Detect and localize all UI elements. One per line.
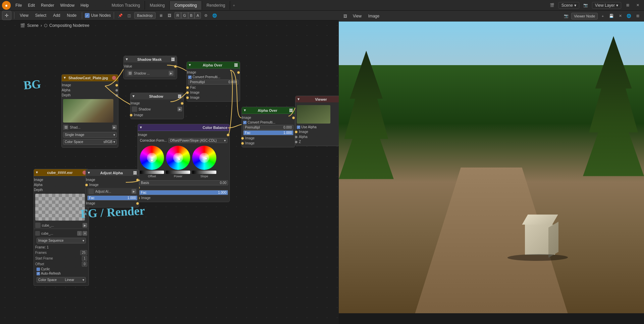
close-window-icon[interactable]: ✕ — [634, 2, 641, 9]
power-slider[interactable] — [166, 171, 190, 174]
pin-icon: 📌 — [117, 12, 124, 19]
shadowcast-preview — [63, 99, 113, 123]
offset-wheel[interactable] — [140, 146, 164, 170]
channel-r[interactable]: R — [174, 12, 181, 19]
node-shadow[interactable]: ▾ Shadow 🖼 Image Shadow ▶ — [130, 93, 184, 119]
offset-label: Offset — [35, 262, 44, 266]
slope-wheel[interactable] — [192, 146, 216, 170]
tab-compositing[interactable]: Compositing — [170, 1, 202, 10]
auto-refresh-check[interactable]: ✓ — [37, 272, 40, 275]
aa-icon: 🖼 — [133, 171, 137, 175]
new-window-icon[interactable]: ⊞ — [624, 2, 631, 9]
ao2-checkbox[interactable]: ✓ — [243, 121, 247, 124]
menu-view[interactable]: View — [17, 12, 31, 19]
node-cube[interactable]: ▾ cube_####.exr Image Alpha Depth — [34, 169, 89, 230]
forest-bg — [339, 21, 644, 313]
viewer-node-btn[interactable]: Viewer Node — [571, 13, 598, 19]
top-menubar: ● File Edit Render Window Help Motion Tr… — [0, 0, 644, 11]
cursor-tool[interactable]: ✛ — [2, 11, 11, 20]
viewer-view-btn[interactable]: View — [350, 12, 364, 20]
use-nodes-checkbox[interactable]: ✓ — [85, 13, 90, 18]
offset-label: Offset — [148, 175, 156, 178]
channel-b[interactable]: B — [188, 12, 195, 19]
menu-render[interactable]: Render — [38, 2, 57, 9]
tab-masking[interactable]: Masking — [145, 1, 170, 10]
render-icon: 📷 — [582, 2, 589, 9]
vn-alpha-socket — [295, 136, 298, 138]
cube-preview — [35, 194, 85, 221]
sf-val: 1 — [84, 257, 86, 260]
viewer-expand-icon[interactable]: ⊞ — [634, 12, 641, 20]
backdrop-label: Backdrop — [137, 13, 153, 17]
s-out-socket — [181, 102, 183, 105]
channel-a[interactable]: A — [195, 12, 201, 19]
prop-auto-refresh: ✓ Auto-Refresh — [35, 271, 87, 276]
node-shadowcast[interactable]: ▾ ShadowCast_Plate.jpg Image Alpha Depth — [61, 74, 118, 148]
menu-add[interactable]: Add — [50, 12, 63, 19]
view-layer-text: View Layer — [595, 3, 615, 8]
cube-body: Image Alpha Depth cube_. — [34, 176, 89, 230]
viewer-close-icon[interactable]: ✕ — [616, 12, 624, 20]
cube-img-seq-dropdown[interactable]: Image Sequence ▾ — [37, 238, 86, 243]
use-nodes-check[interactable]: ✓ Use Nodes — [85, 13, 111, 18]
tab-add[interactable]: + — [230, 1, 237, 9]
scene-label[interactable]: Scene ▾ — [558, 2, 579, 9]
node-alpha-over-2[interactable]: ▾ Alpha Over 🖼 Image ✓ Convert Premulti.… — [241, 107, 295, 147]
backdrop-button[interactable]: Backdrop — [134, 12, 156, 19]
menu-file[interactable]: File — [13, 2, 24, 9]
node-editor[interactable]: 🎬 Scene › ⬡ Compositing Nodetree BG FG /… — [0, 20, 339, 324]
sc-color-space[interactable]: Color Space sRGB ▾ — [63, 139, 117, 145]
s-label: Shadow — [149, 94, 163, 98]
s-collapse: ▾ — [132, 94, 135, 98]
power-wheel[interactable] — [166, 146, 190, 170]
sf-field[interactable]: 1 — [82, 256, 87, 261]
viewer-add-icon[interactable]: + — [599, 12, 606, 20]
cube-prop-icon1[interactable]: ⋮ — [77, 231, 82, 236]
frames-label: Frames — [35, 251, 47, 254]
cyclic-check[interactable] — [37, 268, 40, 271]
cb-fac-field: Fac 1.000 — [139, 190, 228, 195]
sc-cs-label: Color Space — [65, 140, 83, 144]
ao1-icon: 🖼 — [234, 63, 238, 67]
slope-slider[interactable] — [192, 171, 216, 174]
sc-alpha-socket — [115, 89, 118, 92]
cube-header: ▾ cube_####.exr — [34, 169, 89, 176]
viewer-node-header: ▾ Viewer — [296, 96, 339, 102]
ao2-fac-field: Fac 1.000 — [243, 130, 293, 135]
sc-single-image[interactable]: Single Image ▾ — [63, 132, 117, 138]
menu-help[interactable]: Help — [78, 2, 92, 9]
offset-slider[interactable] — [140, 171, 164, 174]
aa-img-row: Adjust Al... ▶ — [87, 188, 138, 195]
ao1-checkbox[interactable]: ✓ — [188, 76, 192, 79]
cube-seq-type: Image Sequence — [38, 239, 64, 242]
cb-header: ▾ Color Balance — [138, 124, 229, 131]
cw-power: Power — [166, 146, 190, 178]
frames-field[interactable]: 25 — [80, 250, 87, 255]
prop-color-space[interactable]: Color Space Linear ▾ — [37, 277, 86, 283]
vn-alpha-check[interactable]: ✓ — [297, 126, 300, 129]
tab-rendering[interactable]: Rendering — [202, 1, 230, 10]
node-color-balance[interactable]: ▾ Color Balance Image Correction Form...… — [138, 124, 230, 202]
node-alpha-over-1[interactable]: ▾ Alpha Over 🖼 Image ✓ Convert Premulti.… — [186, 61, 240, 102]
cb-corr-dropdown[interactable]: Offset/Power/Slope (ASC-CDL) ▾ — [168, 138, 227, 143]
viewer-image-btn[interactable]: Image — [366, 12, 382, 20]
node-adjust-alpha[interactable]: ▾ Adjust Alpha 🖼 Image Image Ad — [86, 169, 139, 207]
cube-prop-icon2[interactable]: ✕ — [83, 231, 87, 236]
node-viewer[interactable]: ▾ Viewer ✓ Use Alpha Image — [295, 96, 339, 146]
view-layer-label[interactable]: View Layer ▾ — [592, 2, 621, 9]
menu-window[interactable]: Window — [57, 2, 77, 9]
cube-frame-label: Frame: 1 — [35, 245, 49, 249]
menu-edit[interactable]: Edit — [25, 2, 38, 9]
offset-field[interactable]: 0 — [82, 262, 87, 267]
aa-collapse: ▾ — [88, 171, 90, 175]
menu-node[interactable]: Node — [64, 12, 79, 19]
menu-select[interactable]: Select — [33, 12, 49, 19]
channel-g[interactable]: G — [181, 12, 188, 19]
cube-img-out: Image — [34, 178, 43, 182]
node-editor-toolbar: ✛ View Select Add Node ✓ Use Nodes 📌 ◫ B… — [0, 11, 339, 20]
aa-fac-label: Fac — [89, 196, 95, 200]
node-shadow-mask[interactable]: ▾ Shadow Mask 🖼 Value 🖼 Shadow ... ▶ — [123, 56, 177, 79]
ao1-fac-socket — [186, 86, 189, 89]
sc-collapse: ▾ — [64, 76, 66, 80]
tab-motion-tracking[interactable]: Motion Tracking — [107, 1, 145, 10]
